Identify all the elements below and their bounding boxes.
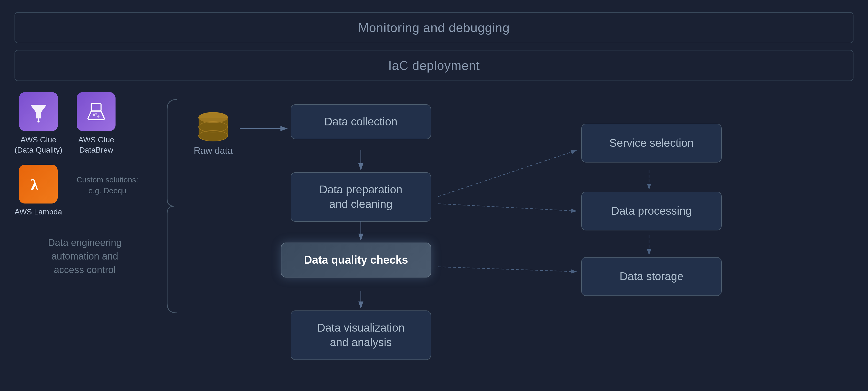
svg-line-21 <box>438 267 577 272</box>
data-visualization-box: Data visualizationand analysis <box>290 310 431 360</box>
custom-label: Custom solutions:e.g. Deequ <box>76 174 138 196</box>
data-quality-box: Data quality checks <box>281 243 431 278</box>
lambda-icon: λ <box>19 165 58 203</box>
svg-point-6 <box>95 113 97 115</box>
data-processing-label: Data processing <box>611 204 692 217</box>
data-quality-label: Data quality checks <box>304 253 408 266</box>
svg-point-2 <box>37 120 39 122</box>
iac-banner: IaC deployment <box>14 50 854 81</box>
glue-databrew-label: AWS GlueDataBrew <box>78 135 114 155</box>
data-processing-box: Data processing <box>581 192 722 230</box>
lambda-label: AWS Lambda <box>14 207 62 216</box>
data-visualization-label: Data visualizationand analysis <box>317 322 405 348</box>
service-selection-box: Service selection <box>581 124 722 163</box>
glue-quality-label: AWS Glue(Data Quality) <box>14 135 62 155</box>
data-preparation-box: Data preparationand cleaning <box>290 172 431 222</box>
iac-label: IaC deployment <box>388 58 480 73</box>
svg-line-20 <box>438 204 577 211</box>
svg-rect-3 <box>91 103 101 111</box>
service-item-glue-quality: AWS Glue(Data Quality) <box>14 92 62 155</box>
service-selection-label: Service selection <box>609 137 693 149</box>
glue-quality-icon <box>19 92 58 131</box>
monitoring-label: Monitoring and debugging <box>358 21 509 35</box>
raw-data-icon <box>194 109 232 143</box>
glue-databrew-icon <box>77 92 116 131</box>
svg-point-4 <box>93 113 95 116</box>
data-collection-label: Data collection <box>324 115 397 128</box>
data-storage-box: Data storage <box>581 257 722 296</box>
svg-point-12 <box>198 112 228 123</box>
automation-label: Data engineeringautomation andaccess con… <box>14 236 155 277</box>
data-storage-label: Data storage <box>620 270 683 283</box>
svg-text:λ: λ <box>31 176 39 194</box>
data-preparation-label: Data preparationand cleaning <box>319 183 403 210</box>
monitoring-banner: Monitoring and debugging <box>14 12 854 43</box>
service-item-glue-databrew: AWS GlueDataBrew <box>77 92 116 155</box>
svg-line-19 <box>438 150 577 196</box>
service-item-lambda: λ AWS Lambda <box>14 165 62 216</box>
svg-point-5 <box>97 115 99 118</box>
service-item-custom: Custom solutions:e.g. Deequ <box>76 165 138 196</box>
data-collection-box: Data collection <box>290 104 431 139</box>
raw-data-label: Raw data <box>194 145 233 156</box>
svg-marker-0 <box>30 105 47 118</box>
